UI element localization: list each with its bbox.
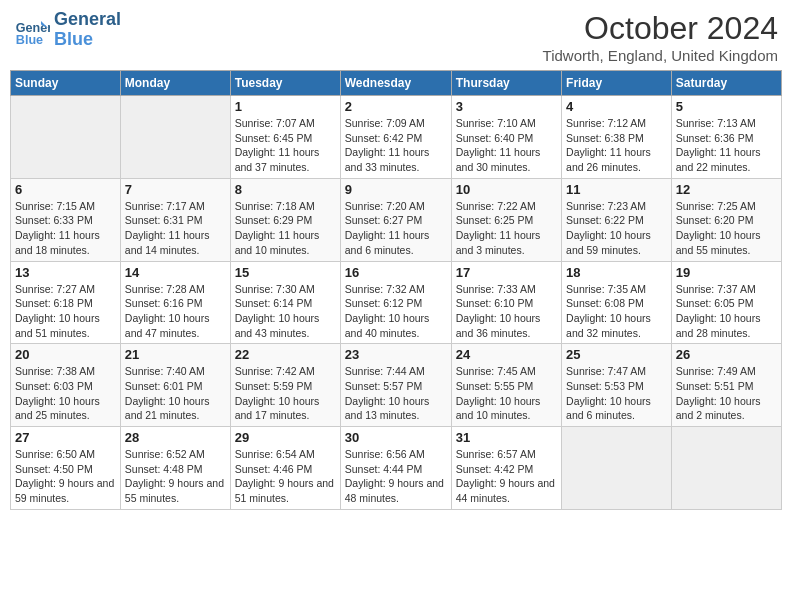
day-detail: Sunrise: 7:13 AM Sunset: 6:36 PM Dayligh… bbox=[676, 116, 777, 175]
logo-blue: Blue bbox=[54, 30, 121, 50]
day-detail: Sunrise: 7:25 AM Sunset: 6:20 PM Dayligh… bbox=[676, 199, 777, 258]
calendar-cell: 31Sunrise: 6:57 AM Sunset: 4:42 PM Dayli… bbox=[451, 427, 561, 510]
day-detail: Sunrise: 7:30 AM Sunset: 6:14 PM Dayligh… bbox=[235, 282, 336, 341]
day-number: 6 bbox=[15, 182, 116, 197]
day-number: 2 bbox=[345, 99, 447, 114]
calendar-cell: 25Sunrise: 7:47 AM Sunset: 5:53 PM Dayli… bbox=[562, 344, 672, 427]
day-detail: Sunrise: 6:54 AM Sunset: 4:46 PM Dayligh… bbox=[235, 447, 336, 506]
svg-text:Blue: Blue bbox=[16, 33, 43, 47]
calendar-cell bbox=[11, 96, 121, 179]
day-detail: Sunrise: 7:22 AM Sunset: 6:25 PM Dayligh… bbox=[456, 199, 557, 258]
day-number: 26 bbox=[676, 347, 777, 362]
logo-text: General Blue bbox=[54, 10, 121, 50]
calendar-cell: 18Sunrise: 7:35 AM Sunset: 6:08 PM Dayli… bbox=[562, 261, 672, 344]
day-detail: Sunrise: 7:10 AM Sunset: 6:40 PM Dayligh… bbox=[456, 116, 557, 175]
calendar-cell: 15Sunrise: 7:30 AM Sunset: 6:14 PM Dayli… bbox=[230, 261, 340, 344]
day-detail: Sunrise: 7:12 AM Sunset: 6:38 PM Dayligh… bbox=[566, 116, 667, 175]
day-number: 18 bbox=[566, 265, 667, 280]
weekday-header: Friday bbox=[562, 71, 672, 96]
day-number: 20 bbox=[15, 347, 116, 362]
day-number: 7 bbox=[125, 182, 226, 197]
weekday-header: Tuesday bbox=[230, 71, 340, 96]
location: Tidworth, England, United Kingdom bbox=[543, 47, 778, 64]
day-detail: Sunrise: 7:44 AM Sunset: 5:57 PM Dayligh… bbox=[345, 364, 447, 423]
calendar-cell: 16Sunrise: 7:32 AM Sunset: 6:12 PM Dayli… bbox=[340, 261, 451, 344]
day-number: 30 bbox=[345, 430, 447, 445]
day-number: 19 bbox=[676, 265, 777, 280]
day-detail: Sunrise: 7:27 AM Sunset: 6:18 PM Dayligh… bbox=[15, 282, 116, 341]
calendar-cell: 7Sunrise: 7:17 AM Sunset: 6:31 PM Daylig… bbox=[120, 178, 230, 261]
day-detail: Sunrise: 7:49 AM Sunset: 5:51 PM Dayligh… bbox=[676, 364, 777, 423]
day-number: 13 bbox=[15, 265, 116, 280]
calendar-week-row: 13Sunrise: 7:27 AM Sunset: 6:18 PM Dayli… bbox=[11, 261, 782, 344]
calendar-cell: 17Sunrise: 7:33 AM Sunset: 6:10 PM Dayli… bbox=[451, 261, 561, 344]
day-detail: Sunrise: 7:42 AM Sunset: 5:59 PM Dayligh… bbox=[235, 364, 336, 423]
calendar-table: SundayMondayTuesdayWednesdayThursdayFrid… bbox=[10, 70, 782, 510]
day-detail: Sunrise: 6:56 AM Sunset: 4:44 PM Dayligh… bbox=[345, 447, 447, 506]
calendar-week-row: 20Sunrise: 7:38 AM Sunset: 6:03 PM Dayli… bbox=[11, 344, 782, 427]
day-detail: Sunrise: 7:47 AM Sunset: 5:53 PM Dayligh… bbox=[566, 364, 667, 423]
calendar-week-row: 1Sunrise: 7:07 AM Sunset: 6:45 PM Daylig… bbox=[11, 96, 782, 179]
day-number: 27 bbox=[15, 430, 116, 445]
weekday-header: Sunday bbox=[11, 71, 121, 96]
day-detail: Sunrise: 7:33 AM Sunset: 6:10 PM Dayligh… bbox=[456, 282, 557, 341]
day-detail: Sunrise: 6:57 AM Sunset: 4:42 PM Dayligh… bbox=[456, 447, 557, 506]
calendar-cell: 11Sunrise: 7:23 AM Sunset: 6:22 PM Dayli… bbox=[562, 178, 672, 261]
calendar-cell: 27Sunrise: 6:50 AM Sunset: 4:50 PM Dayli… bbox=[11, 427, 121, 510]
day-number: 28 bbox=[125, 430, 226, 445]
day-number: 17 bbox=[456, 265, 557, 280]
calendar-cell: 19Sunrise: 7:37 AM Sunset: 6:05 PM Dayli… bbox=[671, 261, 781, 344]
day-number: 10 bbox=[456, 182, 557, 197]
day-number: 21 bbox=[125, 347, 226, 362]
month-title: October 2024 bbox=[543, 10, 778, 47]
calendar-week-row: 6Sunrise: 7:15 AM Sunset: 6:33 PM Daylig… bbox=[11, 178, 782, 261]
day-detail: Sunrise: 7:23 AM Sunset: 6:22 PM Dayligh… bbox=[566, 199, 667, 258]
calendar-cell: 14Sunrise: 7:28 AM Sunset: 6:16 PM Dayli… bbox=[120, 261, 230, 344]
logo-icon: General Blue bbox=[14, 12, 50, 48]
logo-general: General bbox=[54, 10, 121, 30]
weekday-header: Thursday bbox=[451, 71, 561, 96]
day-number: 14 bbox=[125, 265, 226, 280]
day-detail: Sunrise: 7:18 AM Sunset: 6:29 PM Dayligh… bbox=[235, 199, 336, 258]
title-block: October 2024 Tidworth, England, United K… bbox=[543, 10, 778, 64]
day-number: 8 bbox=[235, 182, 336, 197]
calendar-cell: 30Sunrise: 6:56 AM Sunset: 4:44 PM Dayli… bbox=[340, 427, 451, 510]
day-detail: Sunrise: 7:32 AM Sunset: 6:12 PM Dayligh… bbox=[345, 282, 447, 341]
day-number: 3 bbox=[456, 99, 557, 114]
calendar-week-row: 27Sunrise: 6:50 AM Sunset: 4:50 PM Dayli… bbox=[11, 427, 782, 510]
day-number: 23 bbox=[345, 347, 447, 362]
day-number: 9 bbox=[345, 182, 447, 197]
calendar-cell: 24Sunrise: 7:45 AM Sunset: 5:55 PM Dayli… bbox=[451, 344, 561, 427]
calendar-cell bbox=[562, 427, 672, 510]
calendar-cell: 12Sunrise: 7:25 AM Sunset: 6:20 PM Dayli… bbox=[671, 178, 781, 261]
calendar-cell: 5Sunrise: 7:13 AM Sunset: 6:36 PM Daylig… bbox=[671, 96, 781, 179]
day-detail: Sunrise: 7:09 AM Sunset: 6:42 PM Dayligh… bbox=[345, 116, 447, 175]
calendar-cell bbox=[120, 96, 230, 179]
weekday-header: Wednesday bbox=[340, 71, 451, 96]
day-number: 16 bbox=[345, 265, 447, 280]
weekday-header: Monday bbox=[120, 71, 230, 96]
day-number: 25 bbox=[566, 347, 667, 362]
calendar-cell: 13Sunrise: 7:27 AM Sunset: 6:18 PM Dayli… bbox=[11, 261, 121, 344]
calendar-cell: 2Sunrise: 7:09 AM Sunset: 6:42 PM Daylig… bbox=[340, 96, 451, 179]
day-detail: Sunrise: 7:35 AM Sunset: 6:08 PM Dayligh… bbox=[566, 282, 667, 341]
day-number: 1 bbox=[235, 99, 336, 114]
day-number: 12 bbox=[676, 182, 777, 197]
day-number: 24 bbox=[456, 347, 557, 362]
calendar-cell: 9Sunrise: 7:20 AM Sunset: 6:27 PM Daylig… bbox=[340, 178, 451, 261]
day-number: 11 bbox=[566, 182, 667, 197]
calendar-cell: 1Sunrise: 7:07 AM Sunset: 6:45 PM Daylig… bbox=[230, 96, 340, 179]
page-header: General Blue General Blue October 2024 T… bbox=[10, 10, 782, 64]
day-detail: Sunrise: 7:28 AM Sunset: 6:16 PM Dayligh… bbox=[125, 282, 226, 341]
day-detail: Sunrise: 7:37 AM Sunset: 6:05 PM Dayligh… bbox=[676, 282, 777, 341]
day-number: 31 bbox=[456, 430, 557, 445]
logo: General Blue General Blue bbox=[14, 10, 121, 50]
calendar-cell: 4Sunrise: 7:12 AM Sunset: 6:38 PM Daylig… bbox=[562, 96, 672, 179]
calendar-cell: 6Sunrise: 7:15 AM Sunset: 6:33 PM Daylig… bbox=[11, 178, 121, 261]
calendar-cell: 26Sunrise: 7:49 AM Sunset: 5:51 PM Dayli… bbox=[671, 344, 781, 427]
day-detail: Sunrise: 7:07 AM Sunset: 6:45 PM Dayligh… bbox=[235, 116, 336, 175]
day-number: 29 bbox=[235, 430, 336, 445]
calendar-cell: 22Sunrise: 7:42 AM Sunset: 5:59 PM Dayli… bbox=[230, 344, 340, 427]
day-number: 5 bbox=[676, 99, 777, 114]
day-detail: Sunrise: 7:15 AM Sunset: 6:33 PM Dayligh… bbox=[15, 199, 116, 258]
